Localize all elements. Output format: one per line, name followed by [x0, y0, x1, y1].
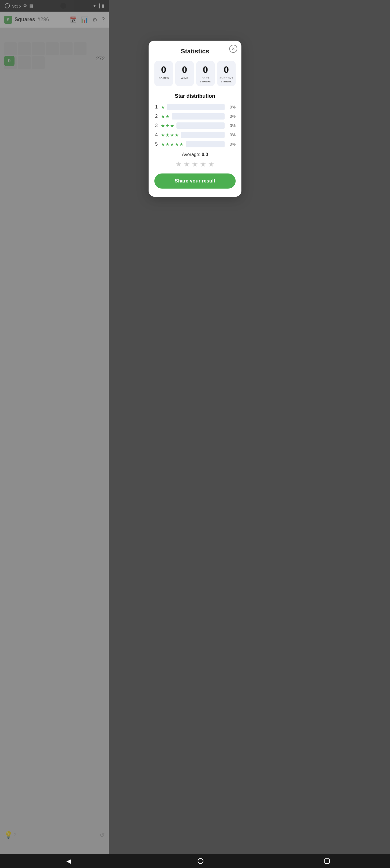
back-button[interactable]: ◀ — [61, 855, 77, 857]
bottom-nav: ◀ — [0, 854, 109, 857]
modal-backdrop: ✕ Statistics 0 GAMES 0 WINS 0 BESTSTREAK… — [0, 0, 109, 857]
